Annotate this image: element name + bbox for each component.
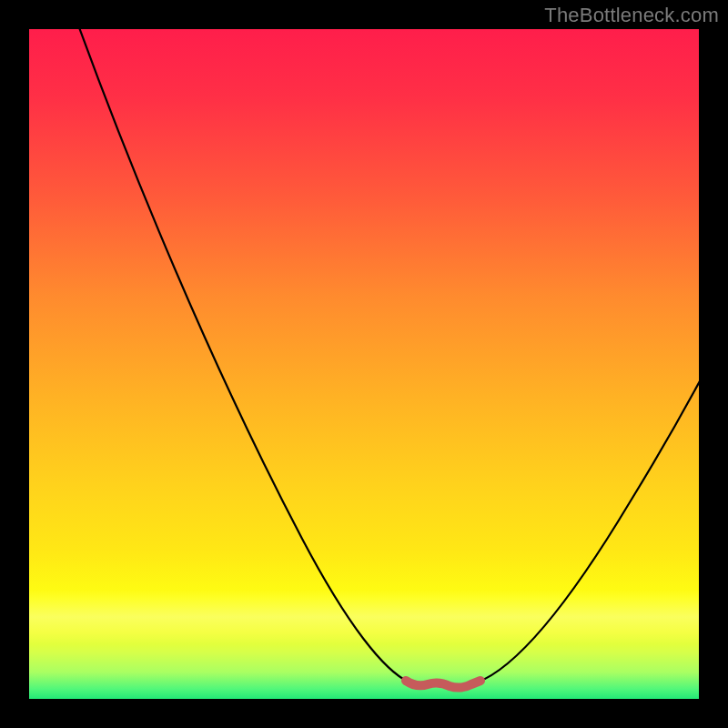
bottleneck-curve-svg [29, 29, 699, 699]
watermark-text: TheBottleneck.com [544, 4, 719, 27]
bottleneck-curve-left [76, 29, 410, 682]
chart-canvas: TheBottleneck.com [0, 0, 728, 728]
bottleneck-curve-right [477, 366, 699, 682]
optimum-range-marker [406, 681, 480, 688]
plot-area [29, 29, 699, 699]
